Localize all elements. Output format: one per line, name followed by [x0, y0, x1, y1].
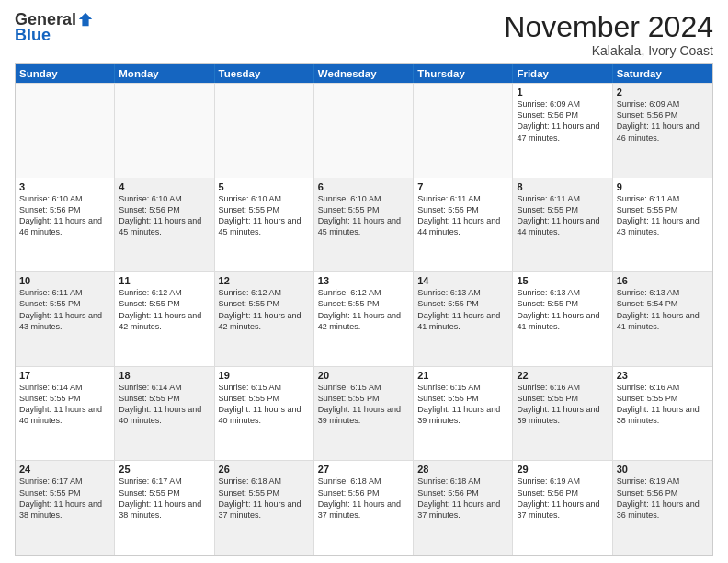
- calendar-row-0: 1Sunrise: 6:09 AMSunset: 5:56 PMDaylight…: [16, 83, 712, 178]
- cell-info: Sunrise: 6:09 AMSunset: 5:56 PMDaylight:…: [517, 98, 608, 144]
- day-header-tuesday: Tuesday: [215, 64, 314, 83]
- cell-info: Sunrise: 6:11 AMSunset: 5:55 PMDaylight:…: [617, 193, 709, 238]
- cell-info: Sunrise: 6:12 AMSunset: 5:55 PMDaylight:…: [219, 287, 310, 332]
- day-number: 23: [617, 370, 709, 381]
- cell-info: Sunrise: 6:10 AMSunset: 5:55 PMDaylight:…: [318, 193, 409, 238]
- cell-info: Sunrise: 6:13 AMSunset: 5:55 PMDaylight:…: [517, 287, 608, 332]
- cell-info: Sunrise: 6:15 AMSunset: 5:55 PMDaylight:…: [417, 382, 508, 427]
- calendar-cell: 19Sunrise: 6:15 AMSunset: 5:55 PMDayligh…: [215, 367, 314, 461]
- day-number: 25: [119, 464, 210, 475]
- calendar-cell: 6Sunrise: 6:10 AMSunset: 5:55 PMDaylight…: [314, 178, 414, 272]
- cell-info: Sunrise: 6:12 AMSunset: 5:55 PMDaylight:…: [318, 287, 409, 332]
- logo-icon: [77, 11, 94, 28]
- calendar-body: 1Sunrise: 6:09 AMSunset: 5:56 PMDaylight…: [16, 83, 712, 555]
- day-number: 10: [19, 275, 110, 286]
- calendar-cell: 3Sunrise: 6:10 AMSunset: 5:56 PMDaylight…: [16, 178, 115, 272]
- day-number: 8: [517, 181, 608, 192]
- calendar-cell: [314, 84, 414, 178]
- calendar-cell: 14Sunrise: 6:13 AMSunset: 5:55 PMDayligh…: [414, 272, 513, 366]
- calendar-cell: 27Sunrise: 6:18 AMSunset: 5:56 PMDayligh…: [314, 461, 414, 555]
- calendar-cell: 1Sunrise: 6:09 AMSunset: 5:56 PMDaylight…: [513, 84, 612, 178]
- day-number: 5: [219, 181, 310, 192]
- calendar-cell: 24Sunrise: 6:17 AMSunset: 5:55 PMDayligh…: [16, 461, 115, 555]
- cell-info: Sunrise: 6:10 AMSunset: 5:56 PMDaylight:…: [19, 193, 110, 238]
- day-header-thursday: Thursday: [414, 64, 513, 83]
- cell-info: Sunrise: 6:09 AMSunset: 5:56 PMDaylight:…: [617, 98, 709, 144]
- day-number: 27: [318, 464, 409, 475]
- calendar-cell: 2Sunrise: 6:09 AMSunset: 5:56 PMDaylight…: [613, 84, 712, 178]
- calendar-row-4: 24Sunrise: 6:17 AMSunset: 5:55 PMDayligh…: [16, 460, 712, 555]
- calendar-row-3: 17Sunrise: 6:14 AMSunset: 5:55 PMDayligh…: [16, 366, 712, 461]
- calendar-cell: 7Sunrise: 6:11 AMSunset: 5:55 PMDaylight…: [414, 178, 513, 272]
- calendar-cell: [215, 84, 314, 178]
- month-title: November 2024: [504, 11, 713, 43]
- cell-info: Sunrise: 6:14 AMSunset: 5:55 PMDaylight:…: [119, 382, 210, 427]
- day-number: 28: [417, 464, 508, 475]
- day-number: 20: [318, 370, 409, 381]
- cell-info: Sunrise: 6:10 AMSunset: 5:56 PMDaylight:…: [119, 193, 210, 238]
- logo-blue-text: Blue: [15, 26, 51, 45]
- day-number: 13: [318, 275, 409, 286]
- day-number: 17: [19, 370, 110, 381]
- calendar-cell: 11Sunrise: 6:12 AMSunset: 5:55 PMDayligh…: [115, 272, 214, 366]
- cell-info: Sunrise: 6:15 AMSunset: 5:55 PMDaylight:…: [318, 382, 409, 427]
- day-number: 15: [517, 275, 608, 286]
- cell-info: Sunrise: 6:19 AMSunset: 5:56 PMDaylight:…: [517, 476, 608, 521]
- calendar-cell: 4Sunrise: 6:10 AMSunset: 5:56 PMDaylight…: [115, 178, 214, 272]
- calendar-cell: 26Sunrise: 6:18 AMSunset: 5:55 PMDayligh…: [215, 461, 314, 555]
- day-number: 18: [119, 370, 210, 381]
- day-number: 29: [517, 464, 608, 475]
- calendar-cell: 29Sunrise: 6:19 AMSunset: 5:56 PMDayligh…: [513, 461, 612, 555]
- day-number: 9: [617, 181, 709, 192]
- day-number: 21: [417, 370, 508, 381]
- day-number: 26: [219, 464, 310, 475]
- calendar-cell: 15Sunrise: 6:13 AMSunset: 5:55 PMDayligh…: [513, 272, 612, 366]
- cell-info: Sunrise: 6:11 AMSunset: 5:55 PMDaylight:…: [417, 193, 508, 238]
- calendar-cell: 13Sunrise: 6:12 AMSunset: 5:55 PMDayligh…: [314, 272, 414, 366]
- cell-info: Sunrise: 6:13 AMSunset: 5:55 PMDaylight:…: [417, 287, 508, 332]
- calendar-cell: 10Sunrise: 6:11 AMSunset: 5:55 PMDayligh…: [16, 272, 115, 366]
- calendar-row-1: 3Sunrise: 6:10 AMSunset: 5:56 PMDaylight…: [16, 178, 712, 272]
- day-number: 1: [517, 86, 608, 98]
- calendar-cell: 5Sunrise: 6:10 AMSunset: 5:55 PMDaylight…: [215, 178, 314, 272]
- day-number: 22: [517, 370, 608, 381]
- cell-info: Sunrise: 6:16 AMSunset: 5:55 PMDaylight:…: [617, 382, 709, 427]
- location: Kalakala, Ivory Coast: [504, 43, 713, 58]
- cell-info: Sunrise: 6:11 AMSunset: 5:55 PMDaylight:…: [19, 287, 110, 332]
- calendar-cell: 30Sunrise: 6:19 AMSunset: 5:56 PMDayligh…: [613, 461, 712, 555]
- day-number: 12: [219, 275, 310, 286]
- calendar-cell: [16, 84, 115, 178]
- calendar-row-2: 10Sunrise: 6:11 AMSunset: 5:55 PMDayligh…: [16, 271, 712, 366]
- calendar-cell: 25Sunrise: 6:17 AMSunset: 5:55 PMDayligh…: [115, 461, 214, 555]
- calendar-cell: 22Sunrise: 6:16 AMSunset: 5:55 PMDayligh…: [513, 367, 612, 461]
- cell-info: Sunrise: 6:18 AMSunset: 5:56 PMDaylight:…: [417, 476, 508, 521]
- day-header-sunday: Sunday: [16, 64, 115, 83]
- title-block: November 2024 Kalakala, Ivory Coast: [504, 11, 713, 58]
- day-header-wednesday: Wednesday: [314, 64, 414, 83]
- page: General Blue November 2024 Kalakala, Ivo…: [0, 0, 728, 563]
- calendar-cell: 28Sunrise: 6:18 AMSunset: 5:56 PMDayligh…: [414, 461, 513, 555]
- calendar-cell: 20Sunrise: 6:15 AMSunset: 5:55 PMDayligh…: [314, 367, 414, 461]
- cell-info: Sunrise: 6:14 AMSunset: 5:55 PMDaylight:…: [19, 382, 110, 427]
- calendar-cell: 21Sunrise: 6:15 AMSunset: 5:55 PMDayligh…: [414, 367, 513, 461]
- day-number: 14: [417, 275, 508, 286]
- cell-info: Sunrise: 6:17 AMSunset: 5:55 PMDaylight:…: [119, 476, 210, 521]
- cell-info: Sunrise: 6:13 AMSunset: 5:54 PMDaylight:…: [617, 287, 709, 332]
- calendar: SundayMondayTuesdayWednesdayThursdayFrid…: [15, 63, 713, 556]
- calendar-cell: [115, 84, 214, 178]
- day-number: 2: [617, 86, 709, 98]
- cell-info: Sunrise: 6:17 AMSunset: 5:55 PMDaylight:…: [19, 476, 110, 521]
- cell-info: Sunrise: 6:15 AMSunset: 5:55 PMDaylight:…: [219, 382, 310, 427]
- calendar-cell: 9Sunrise: 6:11 AMSunset: 5:55 PMDaylight…: [613, 178, 712, 272]
- day-number: 19: [219, 370, 310, 381]
- calendar-cell: 17Sunrise: 6:14 AMSunset: 5:55 PMDayligh…: [16, 367, 115, 461]
- day-header-friday: Friday: [513, 64, 612, 83]
- day-header-saturday: Saturday: [613, 64, 712, 83]
- day-number: 16: [617, 275, 709, 286]
- calendar-cell: 16Sunrise: 6:13 AMSunset: 5:54 PMDayligh…: [613, 272, 712, 366]
- calendar-cell: 23Sunrise: 6:16 AMSunset: 5:55 PMDayligh…: [613, 367, 712, 461]
- day-number: 30: [617, 464, 709, 475]
- cell-info: Sunrise: 6:18 AMSunset: 5:55 PMDaylight:…: [219, 476, 310, 521]
- calendar-cell: 8Sunrise: 6:11 AMSunset: 5:55 PMDaylight…: [513, 178, 612, 272]
- day-header-monday: Monday: [115, 64, 214, 83]
